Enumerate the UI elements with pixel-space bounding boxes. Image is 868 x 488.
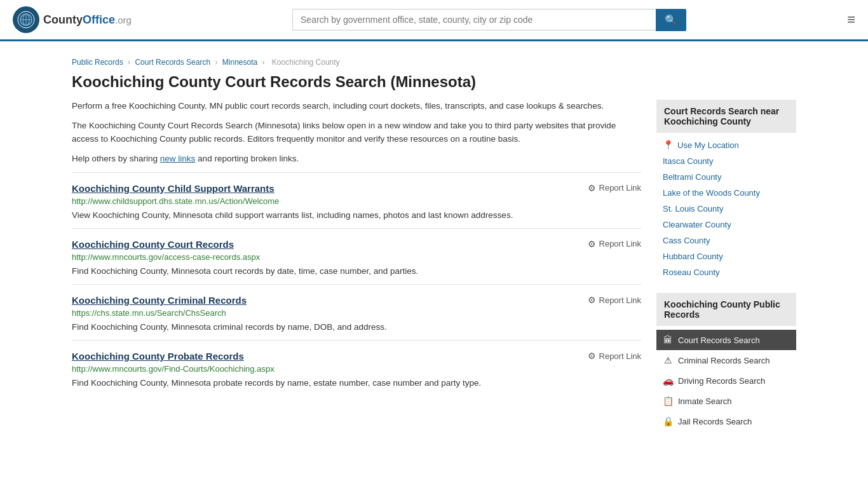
result-card-1: Koochiching County Child Support Warrant…	[72, 172, 641, 228]
pub-rec-court-records[interactable]: 🏛 Court Records Search	[656, 330, 796, 350]
sidebar-nearby-section: Court Records Search near Koochiching Co…	[656, 100, 796, 280]
result-card-3: Koochiching County Criminal Records ⚙ Re…	[72, 284, 641, 340]
search-input[interactable]	[292, 9, 656, 30]
logo-text: CountyOffice.org	[43, 13, 132, 27]
criminal-records-link[interactable]: Criminal Records Search	[678, 356, 770, 365]
search-button[interactable]: 🔍	[656, 9, 686, 31]
inmate-search-link[interactable]: Inmate Search	[678, 396, 732, 406]
sidebar-link-cass[interactable]: Cass County	[656, 233, 796, 248]
location-pin-icon: 📍	[663, 140, 674, 150]
result-url-1[interactable]: http://www.childsupport.dhs.state.mn.us/…	[72, 196, 641, 206]
report-link-1[interactable]: ⚙ Report Link	[588, 183, 641, 193]
jail-icon: 🔒	[663, 416, 673, 426]
description-1: Perform a free Koochiching County, MN pu…	[72, 100, 641, 113]
result-card-2: Koochiching County Court Records ⚙ Repor…	[72, 228, 641, 284]
breadcrumb-current: Koochiching County	[272, 58, 340, 67]
report-link-2[interactable]: ⚙ Report Link	[588, 239, 641, 249]
pub-rec-criminal[interactable]: ⚠ Criminal Records Search	[656, 350, 796, 370]
use-location-anchor[interactable]: Use My Location	[677, 140, 739, 150]
breadcrumb-minnesota[interactable]: Minnesota	[222, 58, 257, 67]
main-container: Public Records › Court Records Search › …	[53, 41, 815, 457]
criminal-icon: ⚠	[663, 355, 673, 365]
sidebar-link-hubbard[interactable]: Hubbard County	[656, 248, 796, 264]
report-link-3[interactable]: ⚙ Report Link	[588, 295, 641, 305]
sidebar-link-roseau[interactable]: Roseau County	[656, 264, 796, 280]
pub-rec-driving[interactable]: 🚗 Driving Records Search	[656, 370, 796, 391]
main-layout: Perform a free Koochiching County, MN pu…	[72, 100, 796, 444]
result-url-3[interactable]: https://chs.state.mn.us/Search/ChsSearch	[72, 308, 641, 318]
menu-button[interactable]: ≡	[847, 11, 855, 28]
breadcrumb: Public Records › Court Records Search › …	[72, 54, 796, 73]
result-desc-1: View Koochiching County, Minnesota child…	[72, 209, 641, 222]
result-title-2[interactable]: Koochiching County Court Records	[72, 239, 234, 250]
report-icon-1: ⚙	[588, 183, 596, 193]
sidebar: Court Records Search near Koochiching Co…	[656, 100, 796, 444]
result-title-3[interactable]: Koochiching County Criminal Records	[72, 295, 247, 306]
report-icon-2: ⚙	[588, 239, 596, 249]
sidebar-link-st-louis[interactable]: St. Louis County	[656, 201, 796, 217]
result-title-4[interactable]: Koochiching County Probate Records	[72, 351, 244, 362]
breadcrumb-public-records[interactable]: Public Records	[72, 58, 123, 67]
driving-icon: 🚗	[663, 376, 673, 386]
jail-records-link[interactable]: Jail Records Search	[678, 417, 752, 426]
description-2: The Koochiching County Court Records Sea…	[72, 119, 641, 146]
result-card-4: Koochiching County Probate Records ⚙ Rep…	[72, 340, 641, 396]
result-title-1[interactable]: Koochiching County Child Support Warrant…	[72, 183, 275, 194]
court-records-link[interactable]: Court Records Search	[678, 336, 760, 345]
breadcrumb-court-records[interactable]: Court Records Search	[135, 58, 210, 67]
sidebar-link-clearwater[interactable]: Clearwater County	[656, 217, 796, 233]
logo-icon	[13, 6, 39, 33]
use-location-link[interactable]: 📍 Use My Location	[656, 137, 796, 153]
result-desc-2: Find Koochiching County, Minnesota court…	[72, 265, 641, 278]
sidebar-link-beltrami[interactable]: Beltrami County	[656, 169, 796, 185]
sidebar-public-section: Koochiching County Public Records 🏛 Cour…	[656, 293, 796, 431]
result-desc-4: Find Koochiching County, Minnesota proba…	[72, 377, 641, 390]
description-3: Help others by sharing new links and rep…	[72, 152, 641, 166]
content-area: Perform a free Koochiching County, MN pu…	[72, 100, 641, 444]
sidebar-link-itasca[interactable]: Itasca County	[656, 153, 796, 169]
pub-rec-inmate[interactable]: 📋 Inmate Search	[656, 391, 796, 411]
sidebar-public-heading: Koochiching County Public Records	[656, 293, 796, 326]
page-title: Koochiching County Court Records Search …	[72, 73, 796, 91]
report-icon-3: ⚙	[588, 295, 596, 305]
result-desc-3: Find Koochiching County, Minnesota crimi…	[72, 321, 641, 334]
search-area: 🔍	[292, 9, 686, 31]
result-url-2[interactable]: http://www.mncourts.gov/access-case-reco…	[72, 252, 641, 262]
logo-area: CountyOffice.org	[13, 6, 132, 33]
report-link-4[interactable]: ⚙ Report Link	[588, 351, 641, 361]
sidebar-link-lake-woods[interactable]: Lake of the Woods County	[656, 185, 796, 201]
inmate-icon: 📋	[663, 396, 673, 406]
new-links-link[interactable]: new links	[160, 154, 196, 163]
sidebar-nearby-heading: Court Records Search near Koochiching Co…	[656, 100, 796, 133]
report-icon-4: ⚙	[588, 351, 596, 361]
header: CountyOffice.org 🔍 ≡	[0, 0, 868, 41]
pub-rec-jail[interactable]: 🔒 Jail Records Search	[656, 411, 796, 431]
driving-records-link[interactable]: Driving Records Search	[678, 376, 765, 386]
result-url-4[interactable]: http://www.mncourts.gov/Find-Courts/Kooc…	[72, 364, 641, 374]
court-records-icon: 🏛	[663, 335, 673, 345]
